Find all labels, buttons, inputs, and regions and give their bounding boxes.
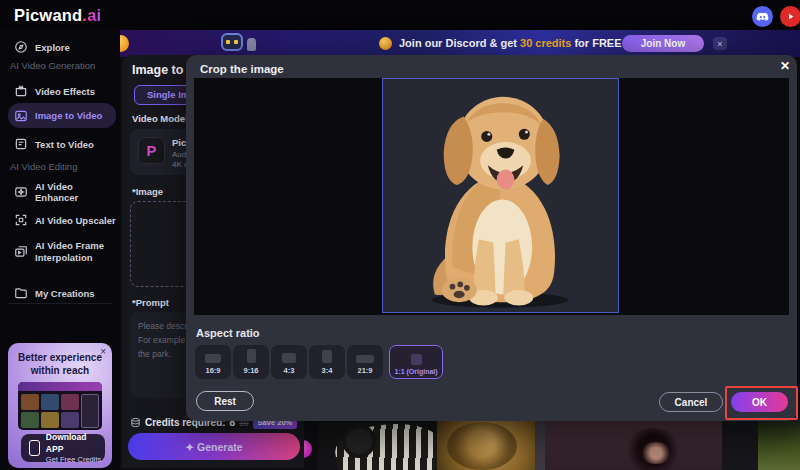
modal-title: Crop the image [200, 63, 284, 75]
join-now-button[interactable]: Join Now [622, 35, 704, 52]
sidebar-label: Video Effects [35, 86, 95, 97]
upscale-icon [14, 213, 28, 227]
ratio-option-4-3[interactable]: 4:3 [271, 345, 307, 379]
ratio-shape-icon [247, 349, 256, 363]
app-preview-image [18, 382, 102, 430]
sidebar-label: AI Video Frame Interpolation [35, 240, 107, 265]
prompt-field-label: *Prompt [132, 297, 169, 308]
magic-wand-icon [14, 84, 28, 98]
sidebar-section-editing: AI Video Editing [10, 161, 77, 172]
image-field-label: *Image [132, 186, 163, 197]
coins-icon [130, 417, 141, 428]
brand-suffix: .ai [82, 6, 101, 24]
phone-icon [29, 440, 40, 456]
video-enhance-icon [14, 185, 28, 199]
image-icon [14, 109, 28, 123]
sidebar-item-explore[interactable]: Explore [8, 36, 116, 58]
ratio-option-21-9[interactable]: 21:9 [347, 345, 383, 379]
sample-video-zebra [318, 420, 437, 470]
picwand-model-logo: P [138, 137, 165, 164]
ratio-option-16-9[interactable]: 16:9 [195, 345, 231, 379]
promo-banner: Join our Discord & get 30 credits for FR… [120, 30, 800, 57]
folder-icon [14, 286, 28, 300]
sidebar-label: My Creations [35, 288, 95, 299]
generate-button[interactable]: ✦ Generate [128, 433, 300, 460]
sidebar-item-frame-interpolation[interactable]: AI Video Frame Interpolation [8, 235, 116, 269]
thumbnail-dark [722, 420, 758, 470]
cancel-button[interactable]: Cancel [659, 392, 723, 412]
ratio-shape-icon [356, 355, 374, 363]
sidebar-item-text-to-video[interactable]: Text to Video [8, 133, 116, 155]
text-document-icon [14, 137, 28, 151]
astronaut-mascot-icon [247, 38, 256, 51]
ratio-option-1-1-original[interactable]: 1:1 (Original) [389, 345, 443, 379]
compass-icon [14, 40, 28, 54]
discord-icon[interactable] [752, 6, 773, 27]
free-credits-label: Get Free Credits [46, 455, 105, 464]
top-header: Picwand.ai [0, 0, 800, 30]
puppy-image [383, 79, 617, 311]
download-app-button[interactable]: Download APP Get Free Credits [21, 434, 105, 462]
brand-name: Picwand [14, 6, 82, 24]
sidebar-item-my-creations[interactable]: My Creations [8, 282, 116, 304]
sidebar-label: Image to Video [35, 110, 102, 121]
banner-close-icon[interactable]: × [713, 37, 727, 50]
sidebar-item-ai-video-upscaler[interactable]: AI Video Upscaler [8, 209, 116, 231]
robot-mascot-icon [221, 33, 243, 51]
sidebar-label: AI Video Enhancer [35, 181, 116, 203]
banner-text: Join our Discord & get 30 credits for FR… [399, 37, 622, 49]
brand-logo[interactable]: Picwand.ai [14, 6, 101, 25]
ratio-option-9-16[interactable]: 9:16 [233, 345, 269, 379]
sample-video-lion [437, 420, 535, 470]
ratio-option-3-4[interactable]: 3:4 [309, 345, 345, 379]
sidebar-item-image-to-video[interactable]: Image to Video [8, 103, 116, 128]
sidebar-label: Text to Video [35, 139, 94, 150]
sidebar-section-generation: AI Video Generation [10, 60, 95, 71]
ratio-shape-icon [282, 353, 296, 363]
ratio-shape-icon [411, 354, 422, 365]
download-app-promo-card: × Better experience within reach Downloa… [8, 343, 112, 468]
crop-selection-box[interactable] [382, 78, 619, 313]
ratio-shape-icon [322, 350, 332, 363]
youtube-icon[interactable] [780, 6, 800, 27]
promo-title-line2: within reach [8, 365, 112, 376]
sidebar-label: AI Video Upscaler [35, 215, 116, 226]
video-model-label: Video Model [132, 113, 188, 124]
modal-close-icon[interactable]: ✕ [780, 59, 794, 73]
sidebar: Explore AI Video Generation Video Effect… [0, 30, 120, 470]
aspect-ratio-label: Aspect ratio [196, 327, 260, 339]
sample-video-grass [758, 420, 800, 470]
coin-icon [379, 37, 392, 50]
app-window: Picwand.ai Join our Discord & get 30 cre… [0, 0, 800, 470]
reset-button[interactable]: Rest [196, 391, 254, 411]
frames-icon [14, 245, 28, 259]
sidebar-item-video-effects[interactable]: Video Effects [8, 80, 116, 102]
crop-canvas [194, 78, 789, 315]
promo-title-line1: Better experience [8, 352, 112, 363]
banner-credits-highlight: 30 credits [520, 37, 571, 49]
annotation-highlight-box [725, 386, 798, 420]
crop-image-modal: Crop the image ✕ [186, 55, 797, 421]
headphones-shape [346, 428, 372, 454]
thumbnail-divider [535, 420, 545, 470]
sparkle-icon: ✦ [185, 441, 194, 453]
download-app-label: Download APP [46, 432, 105, 454]
aspect-ratio-options: 16:9 9:16 4:3 3:4 21:9 1:1 (Original) [195, 345, 443, 379]
ratio-shape-icon [205, 354, 221, 363]
sidebar-label: Explore [35, 42, 70, 53]
sidebar-item-ai-video-enhancer[interactable]: AI Video Enhancer [8, 181, 116, 203]
sample-video-sleeping-person [545, 420, 722, 470]
